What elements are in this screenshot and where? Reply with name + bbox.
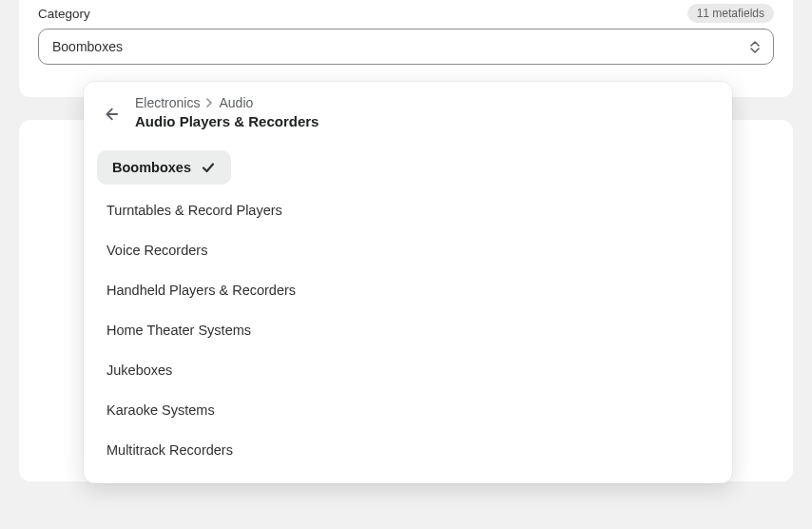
options-list[interactable]: Boomboxes Turntables & Record Players Vo… xyxy=(84,143,732,483)
category-option-selected[interactable]: Boomboxes xyxy=(97,150,231,185)
category-option[interactable]: Home Theater Systems xyxy=(93,310,723,350)
select-caret-icon xyxy=(750,41,760,53)
metafields-badge[interactable]: 11 metafields xyxy=(687,4,774,23)
option-label: Karaoke Systems xyxy=(106,402,215,418)
category-option[interactable]: Turntables & Record Players xyxy=(93,190,723,230)
option-label: Turntables & Record Players xyxy=(106,203,282,218)
option-label: Handheld Players & Recorders xyxy=(106,283,296,298)
breadcrumb-current: Audio Players & Recorders xyxy=(135,113,319,129)
field-label: Category xyxy=(38,7,90,21)
category-option[interactable]: Multitrack Recorders xyxy=(93,430,723,470)
chevron-right-icon xyxy=(205,95,213,110)
category-dropdown: Electronics Audio Audio Players & Record… xyxy=(84,82,732,483)
option-label: Boomboxes xyxy=(112,160,191,175)
option-label: Jukeboxes xyxy=(106,362,172,378)
select-value: Boomboxes xyxy=(52,39,123,54)
category-option[interactable]: Voice Recorders xyxy=(93,230,723,270)
category-option[interactable]: Handheld Players & Recorders xyxy=(93,270,723,310)
category-option[interactable]: Jukeboxes xyxy=(93,350,723,390)
field-header: Category 11 metafields xyxy=(38,4,774,23)
category-select[interactable]: Boomboxes xyxy=(38,29,774,65)
option-label: Home Theater Systems xyxy=(106,323,251,338)
breadcrumb-row: Electronics Audio xyxy=(135,95,319,110)
arrow-left-icon xyxy=(102,106,119,123)
option-label: Multitrack Recorders xyxy=(106,442,233,458)
breadcrumb: Electronics Audio Audio Players & Record… xyxy=(135,95,319,129)
breadcrumb-item[interactable]: Audio xyxy=(219,95,253,110)
check-icon xyxy=(201,160,216,175)
option-label: Voice Recorders xyxy=(106,243,207,258)
breadcrumb-item[interactable]: Electronics xyxy=(135,95,200,110)
dropdown-header: Electronics Audio Audio Players & Record… xyxy=(84,82,732,143)
back-button[interactable] xyxy=(97,101,124,127)
category-option[interactable]: Karaoke Systems xyxy=(93,390,723,430)
